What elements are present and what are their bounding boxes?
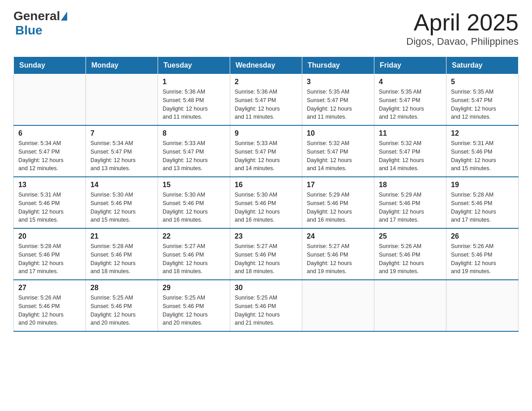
day-number: 13 bbox=[18, 181, 81, 189]
day-info: Sunrise: 5:26 AM Sunset: 5:46 PM Dayligh… bbox=[379, 242, 442, 276]
calendar-cell: 10Sunrise: 5:32 AM Sunset: 5:47 PM Dayli… bbox=[302, 125, 374, 177]
calendar-cell: 24Sunrise: 5:27 AM Sunset: 5:46 PM Dayli… bbox=[302, 228, 374, 280]
week-row-2: 6Sunrise: 5:34 AM Sunset: 5:47 PM Daylig… bbox=[14, 125, 519, 177]
calendar-cell bbox=[374, 280, 446, 331]
day-info: Sunrise: 5:26 AM Sunset: 5:46 PM Dayligh… bbox=[451, 242, 514, 276]
day-info: Sunrise: 5:28 AM Sunset: 5:46 PM Dayligh… bbox=[18, 242, 81, 276]
calendar-cell bbox=[14, 74, 86, 126]
calendar-cell: 15Sunrise: 5:30 AM Sunset: 5:46 PM Dayli… bbox=[158, 177, 230, 228]
calendar-cell: 18Sunrise: 5:29 AM Sunset: 5:46 PM Dayli… bbox=[374, 177, 446, 228]
day-info: Sunrise: 5:32 AM Sunset: 5:47 PM Dayligh… bbox=[379, 139, 442, 173]
day-info: Sunrise: 5:30 AM Sunset: 5:46 PM Dayligh… bbox=[235, 191, 297, 224]
day-header-wednesday: Wednesday bbox=[230, 57, 302, 74]
day-info: Sunrise: 5:28 AM Sunset: 5:46 PM Dayligh… bbox=[90, 242, 153, 276]
calendar-cell: 3Sunrise: 5:35 AM Sunset: 5:47 PM Daylig… bbox=[302, 74, 374, 126]
calendar-cell: 2Sunrise: 5:36 AM Sunset: 5:47 PM Daylig… bbox=[230, 74, 302, 126]
day-header-monday: Monday bbox=[86, 57, 158, 74]
calendar-cell: 5Sunrise: 5:35 AM Sunset: 5:47 PM Daylig… bbox=[446, 74, 519, 126]
title-area: April 2025 Digos, Davao, Philippines bbox=[406, 9, 519, 47]
day-number: 27 bbox=[18, 284, 81, 292]
day-number: 2 bbox=[235, 78, 297, 86]
day-info: Sunrise: 5:29 AM Sunset: 5:46 PM Dayligh… bbox=[307, 191, 369, 224]
calendar-cell: 27Sunrise: 5:26 AM Sunset: 5:46 PM Dayli… bbox=[14, 280, 86, 331]
day-header-thursday: Thursday bbox=[302, 57, 374, 74]
day-number: 10 bbox=[307, 129, 369, 137]
day-info: Sunrise: 5:36 AM Sunset: 5:48 PM Dayligh… bbox=[163, 88, 225, 121]
day-info: Sunrise: 5:36 AM Sunset: 5:47 PM Dayligh… bbox=[235, 88, 297, 121]
calendar-cell: 23Sunrise: 5:27 AM Sunset: 5:46 PM Dayli… bbox=[230, 228, 302, 280]
calendar-cell: 9Sunrise: 5:33 AM Sunset: 5:47 PM Daylig… bbox=[230, 125, 302, 177]
day-number: 29 bbox=[163, 284, 225, 292]
day-number: 15 bbox=[163, 181, 225, 189]
day-info: Sunrise: 5:27 AM Sunset: 5:46 PM Dayligh… bbox=[235, 242, 297, 276]
calendar-subtitle: Digos, Davao, Philippines bbox=[406, 36, 519, 47]
day-number: 19 bbox=[451, 181, 514, 189]
calendar-cell: 25Sunrise: 5:26 AM Sunset: 5:46 PM Dayli… bbox=[374, 228, 446, 280]
day-info: Sunrise: 5:34 AM Sunset: 5:47 PM Dayligh… bbox=[90, 139, 153, 173]
day-header-tuesday: Tuesday bbox=[158, 57, 230, 74]
day-info: Sunrise: 5:28 AM Sunset: 5:46 PM Dayligh… bbox=[451, 191, 514, 224]
day-header-sunday: Sunday bbox=[14, 57, 86, 74]
day-number: 3 bbox=[307, 78, 369, 86]
day-number: 14 bbox=[90, 181, 153, 189]
calendar-cell: 17Sunrise: 5:29 AM Sunset: 5:46 PM Dayli… bbox=[302, 177, 374, 228]
week-row-3: 13Sunrise: 5:31 AM Sunset: 5:46 PM Dayli… bbox=[14, 177, 519, 228]
calendar-cell: 28Sunrise: 5:25 AM Sunset: 5:46 PM Dayli… bbox=[86, 280, 158, 331]
day-number: 6 bbox=[18, 129, 81, 137]
day-number: 25 bbox=[379, 232, 442, 240]
day-number: 20 bbox=[18, 232, 81, 240]
day-number: 26 bbox=[451, 232, 514, 240]
day-info: Sunrise: 5:32 AM Sunset: 5:47 PM Dayligh… bbox=[307, 139, 369, 173]
day-number: 1 bbox=[163, 78, 225, 86]
day-number: 16 bbox=[235, 181, 297, 189]
day-number: 9 bbox=[235, 129, 297, 137]
day-info: Sunrise: 5:33 AM Sunset: 5:47 PM Dayligh… bbox=[163, 139, 225, 173]
calendar-cell: 22Sunrise: 5:27 AM Sunset: 5:46 PM Dayli… bbox=[158, 228, 230, 280]
week-row-4: 20Sunrise: 5:28 AM Sunset: 5:46 PM Dayli… bbox=[14, 228, 519, 280]
calendar-cell: 13Sunrise: 5:31 AM Sunset: 5:46 PM Dayli… bbox=[14, 177, 86, 228]
calendar-cell: 20Sunrise: 5:28 AM Sunset: 5:46 PM Dayli… bbox=[14, 228, 86, 280]
calendar-table: SundayMondayTuesdayWednesdayThursdayFrid… bbox=[13, 56, 519, 332]
calendar-cell: 16Sunrise: 5:30 AM Sunset: 5:46 PM Dayli… bbox=[230, 177, 302, 228]
day-number: 8 bbox=[163, 129, 225, 137]
day-number: 22 bbox=[163, 232, 225, 240]
day-info: Sunrise: 5:26 AM Sunset: 5:46 PM Dayligh… bbox=[18, 294, 81, 327]
calendar-title: April 2025 bbox=[406, 9, 519, 36]
calendar-cell: 21Sunrise: 5:28 AM Sunset: 5:46 PM Dayli… bbox=[86, 228, 158, 280]
calendar-cell: 1Sunrise: 5:36 AM Sunset: 5:48 PM Daylig… bbox=[158, 74, 230, 126]
day-number: 23 bbox=[235, 232, 297, 240]
day-number: 11 bbox=[379, 129, 442, 137]
calendar-cell bbox=[446, 280, 519, 331]
calendar-cell: 7Sunrise: 5:34 AM Sunset: 5:47 PM Daylig… bbox=[86, 125, 158, 177]
day-info: Sunrise: 5:30 AM Sunset: 5:46 PM Dayligh… bbox=[90, 191, 153, 224]
day-number: 28 bbox=[90, 284, 153, 292]
day-info: Sunrise: 5:25 AM Sunset: 5:46 PM Dayligh… bbox=[90, 294, 153, 327]
week-row-1: 1Sunrise: 5:36 AM Sunset: 5:48 PM Daylig… bbox=[14, 74, 519, 126]
calendar-cell: 4Sunrise: 5:35 AM Sunset: 5:47 PM Daylig… bbox=[374, 74, 446, 126]
day-info: Sunrise: 5:29 AM Sunset: 5:46 PM Dayligh… bbox=[379, 191, 442, 224]
day-info: Sunrise: 5:35 AM Sunset: 5:47 PM Dayligh… bbox=[451, 88, 514, 121]
logo-triangle-icon bbox=[61, 12, 67, 21]
calendar-cell bbox=[86, 74, 158, 126]
day-info: Sunrise: 5:30 AM Sunset: 5:46 PM Dayligh… bbox=[163, 191, 225, 224]
day-info: Sunrise: 5:31 AM Sunset: 5:46 PM Dayligh… bbox=[18, 191, 81, 224]
logo: General Blue bbox=[13, 9, 68, 38]
day-header-friday: Friday bbox=[374, 57, 446, 74]
calendar-cell: 30Sunrise: 5:25 AM Sunset: 5:46 PM Dayli… bbox=[230, 280, 302, 331]
day-info: Sunrise: 5:35 AM Sunset: 5:47 PM Dayligh… bbox=[307, 88, 369, 121]
day-number: 4 bbox=[379, 78, 442, 86]
day-info: Sunrise: 5:35 AM Sunset: 5:47 PM Dayligh… bbox=[379, 88, 442, 121]
day-info: Sunrise: 5:33 AM Sunset: 5:47 PM Dayligh… bbox=[235, 139, 297, 173]
calendar-cell: 12Sunrise: 5:31 AM Sunset: 5:46 PM Dayli… bbox=[446, 125, 519, 177]
calendar-cell bbox=[302, 280, 374, 331]
day-info: Sunrise: 5:25 AM Sunset: 5:46 PM Dayligh… bbox=[235, 294, 297, 327]
calendar-cell: 14Sunrise: 5:30 AM Sunset: 5:46 PM Dayli… bbox=[86, 177, 158, 228]
calendar-cell: 29Sunrise: 5:25 AM Sunset: 5:46 PM Dayli… bbox=[158, 280, 230, 331]
day-info: Sunrise: 5:25 AM Sunset: 5:46 PM Dayligh… bbox=[163, 294, 225, 327]
day-number: 5 bbox=[451, 78, 514, 86]
day-info: Sunrise: 5:34 AM Sunset: 5:47 PM Dayligh… bbox=[18, 139, 81, 173]
day-number: 30 bbox=[235, 284, 297, 292]
calendar-cell: 6Sunrise: 5:34 AM Sunset: 5:47 PM Daylig… bbox=[14, 125, 86, 177]
day-info: Sunrise: 5:27 AM Sunset: 5:46 PM Dayligh… bbox=[163, 242, 225, 276]
day-number: 18 bbox=[379, 181, 442, 189]
